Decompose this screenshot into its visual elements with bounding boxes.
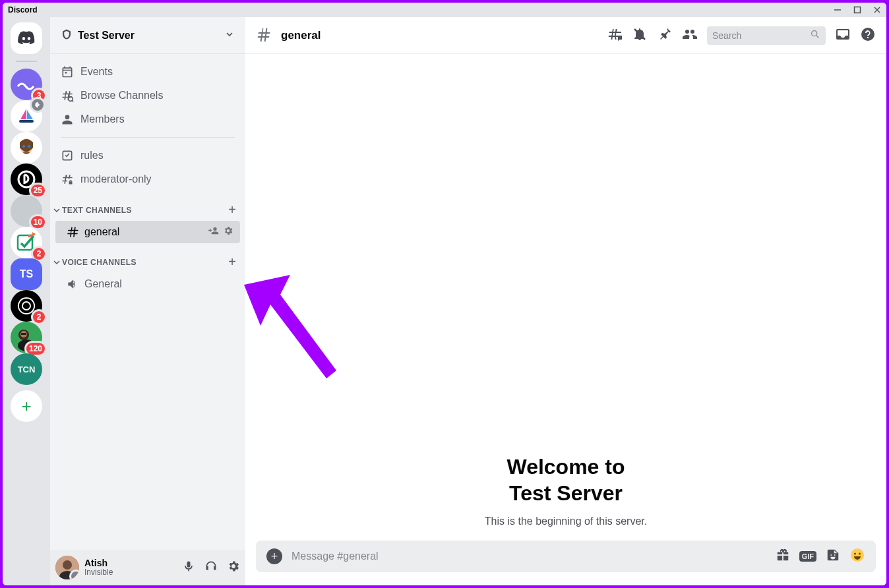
sticker-button[interactable]: [826, 548, 840, 565]
create-channel-button[interactable]: +: [228, 202, 236, 218]
member-list-button[interactable]: [682, 26, 698, 45]
user-settings-button[interactable]: [227, 560, 240, 575]
user-avatar[interactable]: [55, 556, 79, 579]
window-titlebar: Discord: [3, 3, 886, 17]
search-icon: [810, 29, 820, 42]
server-item-1[interactable]: 3: [11, 69, 42, 100]
category-label: TEXT CHANNELS: [62, 206, 228, 215]
unread-badge: 120: [26, 343, 45, 355]
server-item-10[interactable]: TCN: [11, 353, 42, 385]
invite-icon[interactable]: [208, 225, 219, 239]
hash-icon: [256, 26, 272, 45]
deafen-button[interactable]: [204, 560, 218, 575]
gift-button[interactable]: [776, 548, 790, 565]
minimize-button[interactable]: [834, 6, 842, 14]
help-button[interactable]: [860, 26, 876, 45]
svg-line-19: [73, 101, 74, 102]
unread-badge: 25: [31, 185, 45, 196]
svg-point-12: [22, 302, 30, 310]
svg-rect-1: [855, 7, 861, 13]
sidebar-item-label: Members: [80, 113, 125, 125]
svg-point-25: [812, 30, 817, 36]
svg-point-27: [861, 28, 874, 41]
channel-settings-icon[interactable]: [223, 225, 233, 239]
home-button[interactable]: [11, 22, 42, 54]
server-item-8[interactable]: 2: [11, 290, 42, 322]
server-item-4[interactable]: 25: [11, 163, 42, 195]
server-item-2[interactable]: [11, 100, 42, 132]
sidebar-item-members[interactable]: Members: [50, 108, 245, 131]
mute-mic-button[interactable]: [182, 560, 195, 575]
user-info: Atish Invisible: [84, 558, 182, 577]
create-channel-button[interactable]: +: [228, 254, 236, 270]
server-name: Test Server: [78, 30, 224, 42]
channel-label: general: [84, 226, 208, 238]
svg-point-9: [18, 171, 34, 187]
hash-icon: [66, 225, 79, 239]
user-panel[interactable]: Atish Invisible: [50, 550, 245, 585]
server-item-6[interactable]: 2: [11, 227, 42, 258]
sidebar-item-label: Events: [80, 66, 113, 78]
attach-button[interactable]: +: [266, 548, 282, 564]
server-item-9[interactable]: 120: [11, 322, 42, 353]
unread-badge: 2: [33, 311, 45, 323]
unread-badge: 10: [31, 216, 45, 228]
channel-label: rules: [80, 150, 104, 162]
category-label: VOICE CHANNELS: [62, 258, 228, 267]
hash-lock-icon: [61, 173, 74, 186]
unread-badge: 2: [33, 248, 45, 260]
search-placeholder: Search: [712, 30, 810, 41]
server-rail: 325102TS2120TCN +: [3, 17, 50, 585]
gif-button[interactable]: GIF: [799, 551, 816, 562]
members-icon: [61, 113, 74, 126]
channels-list: EventsBrowse ChannelsMembersrulesmoderat…: [50, 54, 245, 550]
channel-sidebar: Test Server EventsBrowse ChannelsMembers…: [50, 17, 245, 585]
channel-item-rules[interactable]: rules: [50, 144, 245, 167]
browse-icon: [61, 89, 74, 102]
notifications-button[interactable]: [632, 26, 648, 45]
svg-point-30: [859, 553, 861, 555]
category-header[interactable]: TEXT CHANNELS+: [50, 192, 245, 220]
composer-placeholder: Message #general: [291, 550, 766, 562]
chevron-down-icon: [53, 207, 61, 214]
chevron-down-icon: [224, 29, 235, 42]
window-controls: [834, 6, 881, 14]
channel-item-voice-general[interactable]: General: [55, 273, 240, 295]
rail-separator: [16, 61, 37, 62]
server-item-3[interactable]: [11, 132, 42, 163]
threads-button[interactable]: [607, 26, 623, 45]
pinned-messages-button[interactable]: [657, 26, 673, 45]
server-item-7[interactable]: TS: [11, 258, 42, 290]
chevron-down-icon: [53, 259, 61, 266]
channel-item-moderator-only[interactable]: moderator-only: [50, 168, 245, 191]
message-composer[interactable]: + Message #general GIF: [256, 541, 876, 572]
rules-icon: [61, 149, 74, 162]
channel-label: moderator-only: [80, 173, 152, 185]
svg-rect-17: [21, 333, 26, 335]
svg-rect-10: [18, 235, 32, 250]
inbox-button[interactable]: [835, 26, 851, 45]
speaker-icon: [66, 278, 79, 291]
sidebar-item-events[interactable]: Events: [50, 61, 245, 83]
chat-body: Welcome to Test Server This is the begin…: [245, 54, 886, 541]
chat-area: general Search Welcome to Test Server Th…: [245, 17, 886, 585]
user-status: Invisible: [84, 568, 182, 577]
channel-item-general[interactable]: general: [55, 221, 240, 243]
sidebar-item-browse-channels[interactable]: Browse Channels: [50, 84, 245, 107]
svg-line-26: [816, 36, 818, 38]
server-header[interactable]: Test Server: [50, 17, 245, 54]
svg-point-8: [28, 145, 30, 148]
maximize-button[interactable]: [853, 6, 861, 14]
category-header[interactable]: VOICE CHANNELS+: [50, 244, 245, 272]
channel-label: General: [84, 278, 233, 290]
close-button[interactable]: [873, 6, 881, 14]
svg-point-29: [854, 553, 856, 555]
search-input[interactable]: Search: [707, 26, 826, 45]
user-name: Atish: [84, 558, 182, 568]
welcome-subtitle: This is the beginning of this server.: [485, 515, 647, 527]
channel-name: general: [281, 29, 598, 42]
emoji-button[interactable]: [849, 547, 865, 566]
server-boost-icon: [61, 28, 73, 43]
add-server-button[interactable]: +: [11, 390, 42, 422]
server-item-5[interactable]: 10: [11, 195, 42, 227]
